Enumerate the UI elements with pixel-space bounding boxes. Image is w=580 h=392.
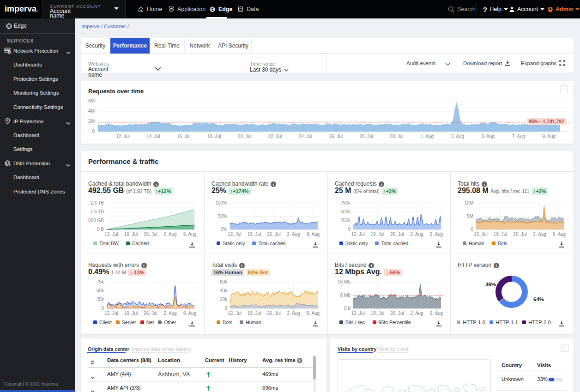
svg-text:20. Jul: 20. Jul bbox=[238, 134, 251, 139]
svg-text:14. Jul: 14. Jul bbox=[146, 134, 160, 139]
svg-text:12. Jul: 12. Jul bbox=[351, 311, 364, 316]
svg-text:18. Jul: 18. Jul bbox=[207, 134, 221, 139]
svg-text:750k: 750k bbox=[340, 200, 351, 205]
svg-text:250k: 250k bbox=[340, 218, 351, 223]
svg-text:9. Aug: 9. Aug bbox=[553, 232, 566, 237]
svg-text:19. Jul: 19. Jul bbox=[124, 311, 138, 316]
svg-text:16. Jul: 16. Jul bbox=[177, 134, 190, 139]
svg-text:2. Aug: 2. Aug bbox=[163, 311, 176, 316]
svg-text:0: 0 bbox=[224, 306, 227, 311]
svg-text:19. Jul: 19. Jul bbox=[371, 311, 384, 316]
svg-text:28. Jul: 28. Jul bbox=[359, 134, 373, 139]
svg-text:25k: 25k bbox=[97, 297, 104, 302]
svg-text:24. Jul: 24. Jul bbox=[299, 134, 312, 139]
svg-text:36%: 36% bbox=[485, 282, 496, 287]
svg-text:19. Jul: 19. Jul bbox=[371, 232, 384, 237]
svg-text:26. Jul: 26. Jul bbox=[329, 134, 343, 139]
svg-text:9. Aug: 9. Aug bbox=[542, 134, 555, 139]
svg-text:20k: 20k bbox=[220, 297, 228, 302]
svg-text:3. Aug: 3. Aug bbox=[451, 134, 464, 139]
svg-text:12. Jul: 12. Jul bbox=[351, 232, 364, 237]
svg-text:800 GB: 800 GB bbox=[88, 218, 104, 223]
svg-text:12. Jul: 12. Jul bbox=[474, 232, 487, 237]
svg-text:50k: 50k bbox=[97, 288, 104, 293]
svg-text:26. Jul: 26. Jul bbox=[144, 311, 157, 316]
svg-text:2. Aug: 2. Aug bbox=[533, 232, 546, 237]
svg-text:0%: 0% bbox=[221, 227, 228, 232]
svg-text:12. Jul: 12. Jul bbox=[104, 311, 118, 316]
svg-text:6M: 6M bbox=[88, 98, 95, 103]
svg-text:9. Aug: 9. Aug bbox=[183, 311, 196, 316]
svg-text:9. Aug: 9. Aug bbox=[307, 311, 320, 316]
svg-text:9. Aug: 9. Aug bbox=[430, 232, 443, 237]
svg-text:0 b: 0 b bbox=[344, 306, 350, 311]
svg-text:22. Jul: 22. Jul bbox=[268, 134, 282, 139]
svg-text:2. Aug: 2. Aug bbox=[410, 311, 423, 316]
svg-text:19. Jul: 19. Jul bbox=[248, 232, 261, 237]
svg-text:10M: 10M bbox=[465, 200, 473, 205]
svg-text:5. Aug: 5. Aug bbox=[482, 134, 495, 139]
svg-text:9. Aug: 9. Aug bbox=[183, 232, 196, 237]
svg-text:1.6 TB: 1.6 TB bbox=[91, 209, 104, 214]
svg-text:26. Jul: 26. Jul bbox=[390, 311, 404, 316]
svg-text:9. Aug: 9. Aug bbox=[430, 311, 443, 316]
svg-text:2. Aug: 2. Aug bbox=[410, 232, 423, 237]
svg-text:16 Mb: 16 Mb bbox=[338, 279, 350, 284]
svg-text:100%: 100% bbox=[215, 200, 227, 205]
svg-text:0: 0 bbox=[101, 306, 104, 311]
svg-text:5M: 5M bbox=[467, 214, 473, 219]
svg-text:40k: 40k bbox=[220, 288, 228, 293]
svg-text:0: 0 bbox=[471, 227, 473, 232]
svg-text:26. Jul: 26. Jul bbox=[144, 232, 157, 237]
svg-text:2.3 TB: 2.3 TB bbox=[91, 200, 104, 205]
svg-text:500k: 500k bbox=[340, 209, 351, 214]
svg-text:12. Jul: 12. Jul bbox=[228, 311, 241, 316]
svg-text:60k: 60k bbox=[220, 279, 228, 284]
svg-text:19. Jul: 19. Jul bbox=[248, 311, 261, 316]
svg-text:8 Mb: 8 Mb bbox=[340, 293, 351, 298]
svg-text:0 B: 0 B bbox=[97, 227, 104, 232]
svg-text:30. Jul: 30. Jul bbox=[390, 134, 403, 139]
svg-text:19. Jul: 19. Jul bbox=[124, 232, 138, 237]
svg-text:19. Jul: 19. Jul bbox=[494, 232, 507, 237]
svg-text:26. Jul: 26. Jul bbox=[513, 232, 526, 237]
svg-text:2. Aug: 2. Aug bbox=[287, 232, 300, 237]
svg-text:4M: 4M bbox=[88, 109, 95, 114]
svg-text:26. Jul: 26. Jul bbox=[267, 232, 280, 237]
svg-text:64%: 64% bbox=[533, 296, 544, 302]
svg-text:0: 0 bbox=[348, 227, 350, 232]
svg-text:12. Jul: 12. Jul bbox=[228, 232, 241, 237]
svg-text:2. Aug: 2. Aug bbox=[287, 311, 300, 316]
svg-text:12. Jul: 12. Jul bbox=[116, 134, 129, 139]
svg-text:1. Aug: 1. Aug bbox=[421, 134, 434, 139]
svg-text:2. Aug: 2. Aug bbox=[163, 232, 176, 237]
svg-text:12. Jul: 12. Jul bbox=[104, 232, 118, 237]
svg-text:9. Aug: 9. Aug bbox=[307, 232, 320, 237]
svg-text:50%: 50% bbox=[218, 214, 227, 219]
svg-text:75k: 75k bbox=[97, 279, 104, 284]
svg-text:0: 0 bbox=[92, 129, 95, 134]
svg-text:26. Jul: 26. Jul bbox=[267, 311, 280, 316]
svg-text:2M: 2M bbox=[88, 119, 95, 124]
svg-text:26. Jul: 26. Jul bbox=[390, 232, 404, 237]
svg-text:7. Aug: 7. Aug bbox=[512, 134, 525, 139]
